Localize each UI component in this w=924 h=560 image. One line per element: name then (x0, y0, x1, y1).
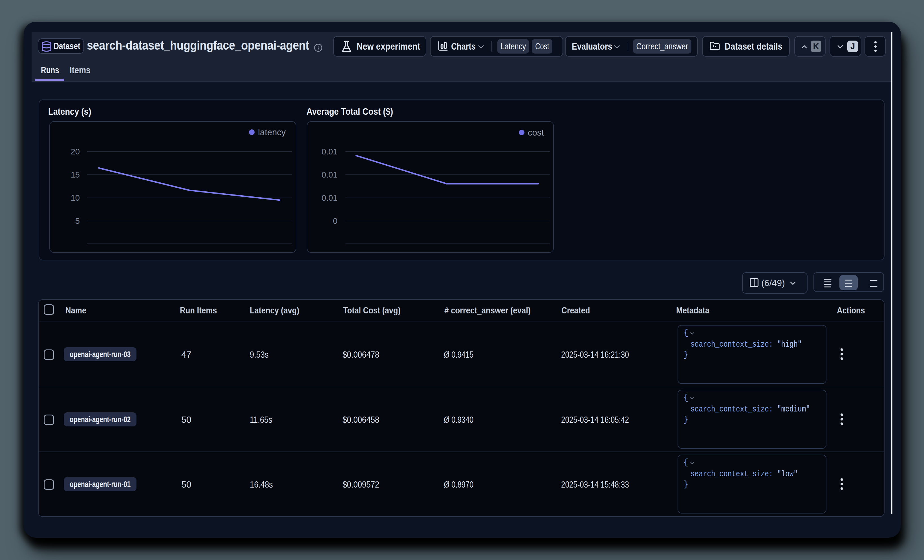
svg-text:0.01: 0.01 (322, 170, 338, 179)
svg-text:0: 0 (333, 216, 338, 226)
svg-text:0.01: 0.01 (322, 193, 338, 202)
svg-text:cost: cost (528, 128, 544, 138)
svg-text:0.01: 0.01 (322, 147, 338, 156)
svg-text:5: 5 (75, 216, 80, 226)
svg-text:20: 20 (71, 147, 80, 156)
svg-text:10: 10 (71, 193, 80, 202)
svg-text:15: 15 (71, 170, 80, 179)
svg-text:latency: latency (258, 127, 286, 137)
